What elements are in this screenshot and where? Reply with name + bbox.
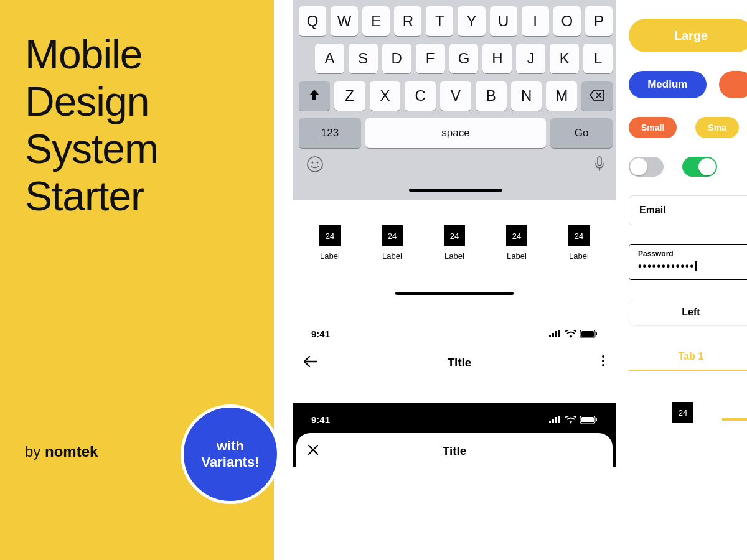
key-t[interactable]: T <box>426 6 453 36</box>
hero-title-line-1: Mobile <box>25 31 249 78</box>
svg-rect-21 <box>596 418 597 421</box>
shift-key[interactable] <box>299 81 330 111</box>
key-k[interactable]: K <box>550 44 579 73</box>
key-r[interactable]: R <box>394 6 421 36</box>
go-key[interactable]: Go <box>550 118 613 148</box>
key-i[interactable]: I <box>522 6 549 36</box>
key-s[interactable]: S <box>349 44 378 73</box>
svg-rect-15 <box>549 421 551 423</box>
wifi-icon <box>565 330 576 338</box>
segmented-left[interactable]: Left <box>629 299 747 326</box>
tab-item-2[interactable]: 24Label <box>382 225 403 261</box>
backspace-key[interactable] <box>581 81 613 111</box>
medium-button[interactable]: Medium <box>629 71 707 98</box>
placeholder-icon: 24 <box>506 225 527 246</box>
tab-label: Label <box>382 251 402 261</box>
variants-line1: with <box>217 438 244 454</box>
small-button-yellow[interactable]: Sma <box>695 117 739 138</box>
large-button[interactable]: Large <box>629 19 747 52</box>
status-time: 9:41 <box>311 414 330 425</box>
toggle-on[interactable] <box>682 157 717 177</box>
numbers-key[interactable]: 123 <box>299 118 361 148</box>
space-key[interactable]: space <box>365 118 546 148</box>
placeholder-icon: 24 <box>568 225 590 246</box>
back-icon[interactable] <box>304 355 317 371</box>
status-time: 9:41 <box>311 329 330 339</box>
key-x[interactable]: X <box>370 81 401 111</box>
emoji-key-icon[interactable] <box>306 156 324 177</box>
tab-item-4[interactable]: 24Label <box>506 225 527 261</box>
svg-point-0 <box>308 157 322 172</box>
svg-point-2 <box>317 162 319 164</box>
home-indicator <box>409 189 502 192</box>
dictation-key-icon[interactable] <box>594 156 605 177</box>
cellular-icon <box>549 330 561 337</box>
backspace-icon <box>590 87 604 105</box>
tab-label: Label <box>569 251 589 261</box>
key-y[interactable]: Y <box>458 6 485 36</box>
key-p[interactable]: P <box>585 6 613 36</box>
battery-icon <box>580 416 598 424</box>
placeholder-icon: 24 <box>382 225 403 246</box>
more-icon[interactable] <box>601 355 605 371</box>
key-g[interactable]: G <box>449 44 479 73</box>
placeholder-icon: 24 <box>319 225 341 246</box>
tab-item-5[interactable]: 24Label <box>568 225 590 261</box>
small-button[interactable]: Small <box>629 117 677 138</box>
tab-label: Label <box>320 251 340 261</box>
password-label: Password <box>638 250 744 258</box>
toggle-off[interactable] <box>629 157 664 177</box>
placeholder-icon: 24 <box>672 402 693 423</box>
key-o[interactable]: O <box>553 6 581 36</box>
toggle-knob <box>630 158 647 175</box>
key-m[interactable]: M <box>546 81 577 111</box>
svg-rect-11 <box>596 332 597 335</box>
key-z[interactable]: Z <box>334 81 365 111</box>
nav-title: Title <box>443 444 467 458</box>
key-v[interactable]: V <box>440 81 471 111</box>
hero-title-line-4: Starter <box>25 173 249 220</box>
tab-label: Label <box>507 251 527 261</box>
key-w[interactable]: W <box>331 6 358 36</box>
key-n[interactable]: N <box>511 81 542 111</box>
key-b[interactable]: B <box>476 81 507 111</box>
accent-stripe <box>722 418 747 421</box>
hero-title-line-3: System <box>25 126 249 173</box>
nav-bar-sheet: Title <box>296 436 613 467</box>
svg-point-12 <box>602 355 604 358</box>
tabs-control: Tab 1 <box>629 351 747 371</box>
password-value: •••••••••••• <box>638 261 697 271</box>
svg-rect-5 <box>549 335 551 337</box>
battery-icon <box>580 330 598 338</box>
key-c[interactable]: C <box>405 81 436 111</box>
key-d[interactable]: D <box>382 44 411 73</box>
status-icons <box>549 330 598 338</box>
email-field[interactable]: Email <box>629 195 747 225</box>
svg-rect-3 <box>598 157 601 166</box>
medium-button-alt[interactable] <box>719 71 747 98</box>
toggle-knob <box>698 158 716 175</box>
tab-item-1[interactable]: 24Label <box>319 225 341 261</box>
key-q[interactable]: Q <box>299 6 326 36</box>
svg-rect-18 <box>558 416 560 423</box>
hero-title-line-2: Design <box>25 78 249 126</box>
password-field[interactable]: Password •••••••••••• <box>629 244 747 280</box>
key-a[interactable]: A <box>315 44 344 73</box>
tab-bar: 24Label 24Label 24Label 24Label 24Label <box>293 225 616 261</box>
byline: by nomtek <box>25 443 98 460</box>
variants-badge: with Variants! <box>181 404 280 504</box>
key-u[interactable]: U <box>490 6 517 36</box>
close-icon[interactable] <box>308 443 319 459</box>
placeholder-icon: 24 <box>444 225 465 246</box>
key-h[interactable]: H <box>482 44 512 73</box>
nav-bar-light: Title <box>293 347 616 378</box>
tab-1[interactable]: Tab 1 <box>629 351 747 370</box>
svg-point-14 <box>602 364 604 366</box>
key-f[interactable]: F <box>416 44 445 73</box>
key-j[interactable]: J <box>516 44 545 73</box>
key-l[interactable]: L <box>583 44 613 73</box>
svg-point-1 <box>312 162 314 164</box>
tab-item-3[interactable]: 24Label <box>444 225 465 261</box>
key-e[interactable]: E <box>362 6 390 36</box>
brand-name: nomtek <box>45 443 98 460</box>
